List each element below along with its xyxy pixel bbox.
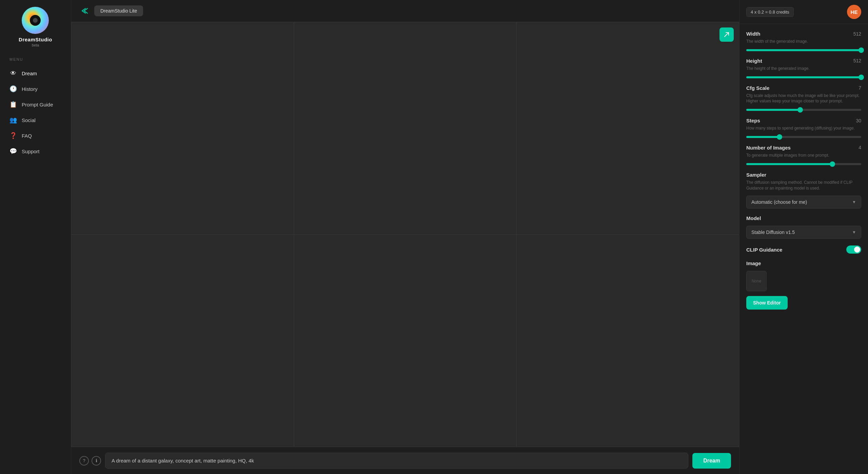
info-icon-button[interactable]: ℹ: [92, 456, 101, 466]
help-icon-button[interactable]: ?: [79, 456, 89, 466]
back-button[interactable]: [79, 7, 89, 15]
model-selected: Stable Diffusion v1.5: [751, 230, 795, 235]
clip-guidance-toggle[interactable]: [846, 245, 861, 254]
width-slider-thumb[interactable]: [859, 47, 864, 53]
height-label: Height: [746, 58, 762, 64]
app-title-button[interactable]: DreamStudio Lite: [94, 5, 143, 16]
sampler-label: Sampler: [746, 172, 766, 178]
support-icon: 💬: [9, 147, 17, 155]
sidebar-item-prompt-guide-label: Prompt Guide: [22, 102, 53, 107]
prompt-bar: ? ℹ Dream: [71, 447, 739, 474]
image-placeholder[interactable]: None: [746, 271, 767, 291]
grid-cell-5: [294, 235, 517, 447]
sidebar-item-history-label: History: [22, 86, 38, 92]
clip-guidance-header: CLIP Guidance: [746, 245, 861, 254]
image-setting: Image None Show Editor: [746, 260, 861, 310]
dream-icon: 👁: [9, 70, 17, 77]
prompt-icons: ? ℹ: [79, 456, 101, 466]
width-value: 512: [853, 31, 861, 37]
sidebar-item-support-label: Support: [22, 149, 40, 154]
image-label: Image: [746, 260, 761, 266]
settings-section: Width 512 The width of the generated ima…: [739, 24, 868, 316]
grid-cell-3: [516, 22, 739, 235]
model-setting: Model Stable Diffusion v1.5 ▼: [746, 215, 861, 239]
cfg-scale-slider-thumb[interactable]: [797, 107, 803, 113]
num-images-slider-thumb[interactable]: [830, 161, 835, 167]
history-icon: 🕐: [9, 85, 17, 93]
steps-slider-thumb[interactable]: [777, 134, 782, 140]
grid-cell-4: [71, 235, 294, 447]
prompt-input[interactable]: [105, 453, 688, 469]
num-images-header: Number of Images 4: [746, 145, 861, 151]
width-header: Width 512: [746, 31, 861, 37]
sampler-desc: The diffusion sampling method. Cannot be…: [746, 180, 861, 191]
dream-button[interactable]: Dream: [692, 453, 731, 469]
sidebar-item-faq-label: FAQ: [22, 133, 32, 139]
height-slider-thumb[interactable]: [859, 75, 864, 80]
num-images-setting: Number of Images 4 To generate multiple …: [746, 145, 861, 165]
grid-cell-2: [294, 22, 517, 235]
sampler-dropdown-arrow: ▼: [852, 200, 856, 204]
height-setting: Height 512 The height of the generated i…: [746, 58, 861, 78]
export-button[interactable]: [719, 27, 734, 42]
show-editor-button[interactable]: Show Editor: [746, 296, 788, 310]
right-panel: 4 x 0.2 = 0.8 credits HE Width 512 The w…: [739, 0, 868, 474]
width-label: Width: [746, 31, 761, 37]
height-value: 512: [853, 58, 861, 63]
image-placeholder-text: None: [752, 279, 762, 283]
height-slider[interactable]: [746, 74, 861, 78]
steps-header: Steps 30: [746, 118, 861, 123]
app-beta: beta: [32, 43, 39, 47]
sidebar-item-social-label: Social: [22, 117, 36, 123]
steps-slider-fill: [746, 136, 780, 138]
width-slider-fill: [746, 49, 861, 51]
sampler-selected: Automatic (choose for me): [751, 199, 807, 205]
grid-cell-6: [516, 235, 739, 447]
logo-area: DreamStudio beta: [19, 7, 52, 47]
steps-value: 30: [856, 118, 861, 123]
sidebar-item-history[interactable]: 🕐 History: [0, 81, 71, 97]
width-slider[interactable]: [746, 46, 861, 51]
sidebar-item-dream[interactable]: 👁 Dream: [0, 65, 71, 81]
app-name: DreamStudio: [19, 37, 52, 42]
prompt-guide-icon: 📋: [9, 101, 17, 108]
sidebar: DreamStudio beta MENU 👁 Dream 🕐 History …: [0, 0, 71, 474]
width-desc: The width of the generated image.: [746, 39, 861, 44]
cfg-scale-header: Cfg Scale 7: [746, 85, 861, 91]
faq-icon: ❓: [9, 132, 17, 139]
num-images-desc: To generate multiple images from one pro…: [746, 153, 861, 158]
model-dropdown[interactable]: Stable Diffusion v1.5 ▼: [746, 226, 861, 239]
sidebar-item-faq[interactable]: ❓ FAQ: [0, 128, 71, 143]
model-dropdown-arrow: ▼: [852, 230, 856, 235]
logo-icon: [22, 7, 49, 34]
sampler-setting: Sampler The diffusion sampling method. C…: [746, 172, 861, 209]
height-desc: The height of the generated image.: [746, 66, 861, 72]
main-content: DreamStudio Lite ? ℹ Dream: [71, 0, 739, 474]
num-images-slider[interactable]: [746, 160, 861, 165]
cfg-scale-desc: Cfg scale adjusts how much the image wil…: [746, 93, 861, 104]
toggle-knob: [854, 246, 860, 253]
clip-guidance-setting: CLIP Guidance: [746, 245, 861, 254]
num-images-label: Number of Images: [746, 145, 791, 151]
menu-label: MENU: [9, 57, 23, 61]
model-header: Model: [746, 215, 861, 221]
social-icon: 👥: [9, 116, 17, 124]
credits-suffix: credits: [776, 9, 789, 15]
cfg-scale-label: Cfg Scale: [746, 85, 769, 91]
sidebar-item-social[interactable]: 👥 Social: [0, 112, 71, 128]
sidebar-item-dream-label: Dream: [22, 71, 37, 76]
image-header: Image: [746, 260, 861, 266]
num-images-slider-fill: [746, 163, 832, 165]
steps-desc: How many steps to spend generating (diff…: [746, 125, 861, 131]
grid-cell-1: [71, 22, 294, 235]
height-slider-fill: [746, 76, 861, 78]
cfg-scale-slider[interactable]: [746, 106, 861, 111]
cfg-scale-value: 7: [859, 85, 861, 91]
sidebar-item-prompt-guide[interactable]: 📋 Prompt Guide: [0, 97, 71, 112]
logo-eye: [30, 15, 41, 26]
steps-slider[interactable]: [746, 133, 861, 138]
credits-formula: 4 x 0.2 = 0.8: [751, 9, 775, 15]
sidebar-item-support[interactable]: 💬 Support: [0, 143, 71, 159]
sampler-dropdown[interactable]: Automatic (choose for me) ▼: [746, 196, 861, 209]
user-avatar[interactable]: HE: [847, 5, 861, 19]
